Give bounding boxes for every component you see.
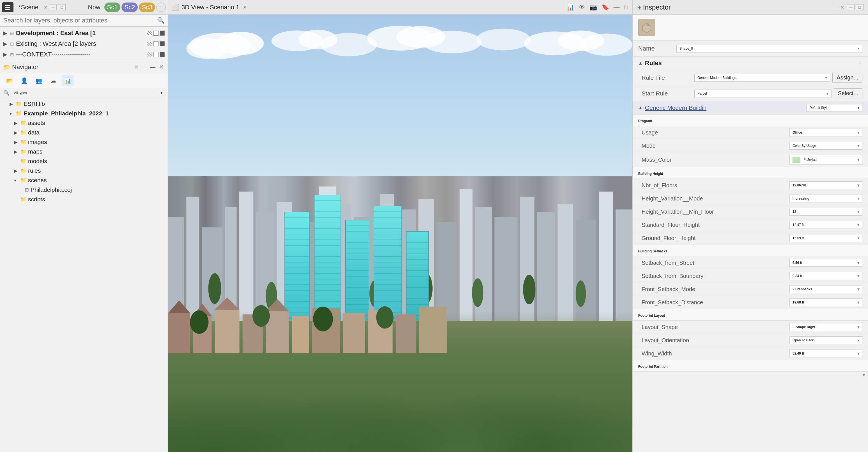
- tree-scenes[interactable]: ▾ 📁 scenes: [0, 175, 168, 185]
- prop-height-var-mode-text: Increasing: [793, 197, 809, 200]
- scene-close-btn[interactable]: ✕: [43, 4, 48, 10]
- tree-models[interactable]: 📁 models: [0, 157, 168, 166]
- prop-usage-row: Usage Office ▾: [632, 126, 868, 139]
- tree-maps[interactable]: ▶ 📁 maps: [0, 147, 168, 157]
- prop-height-var-min-value[interactable]: 12 ▾: [789, 208, 862, 216]
- prop-ground-floor-label: Ground_Floor_Height: [642, 235, 787, 242]
- start-rule-select-btn[interactable]: Select...: [834, 88, 862, 98]
- view-bookmark-icon[interactable]: 🔖: [600, 2, 610, 12]
- prop-usage-text: Office: [793, 131, 802, 135]
- prop-mode-value[interactable]: Color By Usage ▾: [789, 142, 862, 150]
- prop-setback-street-arrow: ▾: [857, 260, 859, 265]
- tree-rules[interactable]: ▶ 📁 rules: [0, 166, 168, 175]
- rule-file-assign-btn[interactable]: Assign...: [832, 73, 862, 83]
- tree-example-philly[interactable]: ▾ 📁 Example_Philadelphia_2022_1: [0, 109, 168, 118]
- prop-nbr-floors-value[interactable]: 19.06781 ▾: [789, 181, 862, 189]
- layer-chk-filled-existing[interactable]: [160, 41, 165, 46]
- nav-btn-chart[interactable]: 📊: [62, 75, 74, 86]
- rules-section-header[interactable]: ▲ Rules ⋮: [632, 57, 868, 70]
- prop-standard-floor-row: Standard_Floor_Height 12.47 ft ▾: [632, 219, 868, 232]
- tab-sc2[interactable]: Sc2: [122, 2, 138, 12]
- viewport-3d[interactable]: [168, 15, 632, 452]
- view-visibility-icon[interactable]: 👁: [578, 2, 586, 12]
- tab-scene-title[interactable]: *Scene: [16, 2, 41, 12]
- layer-chk-empty-development[interactable]: [153, 31, 158, 36]
- layer-chk-filled-development[interactable]: [160, 31, 165, 36]
- inspector-minimize-btn[interactable]: —: [847, 4, 855, 10]
- prop-setback-street-value[interactable]: 6.56 ft ▾: [789, 259, 862, 267]
- navigator-minimize-btn[interactable]: —: [149, 64, 157, 71]
- svg-rect-36: [558, 204, 573, 329]
- prop-standard-floor-value[interactable]: 12.47 ft ▾: [789, 221, 862, 229]
- prop-front-setback-dist-value[interactable]: 19.68 ft ▾: [789, 299, 862, 306]
- tree-label-esrilib: ESRI.lib: [24, 101, 165, 107]
- start-rule-value[interactable]: Parcel ▾: [694, 90, 832, 97]
- rule-file-value[interactable]: Generic Modern Buildings. ▾: [694, 74, 830, 82]
- nav-btn-group[interactable]: 👥: [33, 75, 45, 86]
- tree-folder-icon-models: 📁: [20, 158, 26, 164]
- nav-btn-person[interactable]: 👤: [18, 75, 30, 86]
- style-value-box[interactable]: Default Style ▾: [806, 104, 862, 111]
- style-name-link[interactable]: Generic Modern Buildin: [645, 105, 804, 111]
- scene-minimize-btn[interactable]: —: [49, 4, 57, 10]
- tree-images[interactable]: ▶ 📁 images: [0, 137, 168, 147]
- nav-btn-folder[interactable]: 📂: [3, 75, 16, 86]
- prop-mass-color-value[interactable]: #c3e4ad ▾: [789, 155, 862, 165]
- tab-add-btn[interactable]: +: [156, 2, 166, 12]
- tree-folder-icon-scripts: 📁: [20, 196, 26, 202]
- navigator-close2-btn[interactable]: ✕: [158, 63, 165, 71]
- prop-front-setback-mode-value[interactable]: 2 Stepbacks ▾: [789, 285, 862, 293]
- tree-assets[interactable]: ▶ 📁 assets: [0, 118, 168, 128]
- prop-front-setback-dist-label: Front_Setback_Distance: [642, 299, 787, 306]
- layer-stack-icon-existing: ⊞: [10, 41, 14, 47]
- layer-name-development: Development : East Area [1: [16, 29, 145, 37]
- prop-setback-boundary-value[interactable]: 9.84 ft ▾: [789, 272, 862, 280]
- layer-development[interactable]: ▶ ⊞ Development : East Area [1: [0, 28, 168, 38]
- scene-icon: [2, 2, 13, 12]
- tree-scripts[interactable]: 📁 scripts: [0, 195, 168, 204]
- prop-layout-orientation-value[interactable]: Open To Back ▾: [789, 336, 862, 344]
- filter-type-select[interactable]: All types ▾: [12, 90, 165, 96]
- prop-nbr-floors-text: 19.06781: [793, 183, 807, 187]
- prop-layout-shape-value[interactable]: L-Shape Right ▾: [789, 323, 862, 331]
- prop-wing-width-value[interactable]: 52.49 ft ▾: [789, 349, 862, 358]
- svg-marker-56: [266, 299, 289, 311]
- layer-existing[interactable]: ▶ ⊞ Existing : West Area [2 layers: [0, 38, 168, 49]
- clouds: [168, 23, 632, 79]
- tree-data[interactable]: ▶ 📁 data: [0, 128, 168, 137]
- navigator-menu-btn[interactable]: ⋮: [140, 63, 148, 71]
- tree-label-scenes: scenes: [28, 177, 165, 183]
- layer-chk-empty-context[interactable]: [153, 52, 158, 57]
- layer-hatch-development: [147, 31, 152, 35]
- nav-btn-cloud[interactable]: ☁: [47, 75, 60, 86]
- svg-rect-62: [419, 307, 446, 353]
- inspector-close-btn[interactable]: ✕: [840, 4, 844, 10]
- tree-philadelphia-cej[interactable]: ⊞ Philadelphia.cej: [0, 185, 168, 195]
- layer-chk-filled-context[interactable]: [160, 52, 165, 57]
- tree-esrilib[interactable]: ▶ 📁 ESRI.lib: [0, 99, 168, 109]
- inspector-maximize-btn[interactable]: □: [856, 4, 864, 10]
- view-stats-icon[interactable]: 📊: [565, 2, 576, 12]
- tree-arrow-data: ▶: [14, 130, 19, 135]
- prop-setback-boundary-text: 9.84 ft: [793, 274, 802, 278]
- layer-context[interactable]: ▶ ⊞ ---CONTEXT-------------------: [0, 49, 168, 60]
- search-icon[interactable]: 🔍: [157, 17, 165, 24]
- prop-ground-floor-value[interactable]: 15.09 ft ▾: [789, 234, 862, 242]
- view-minimize-btn[interactable]: —: [613, 2, 621, 12]
- tab-now[interactable]: Now: [85, 2, 103, 12]
- name-value-box[interactable]: Shape_0 ▾: [676, 45, 862, 53]
- navigator-close-btn[interactable]: ✕: [134, 64, 138, 70]
- view-tab-close-btn[interactable]: ✕: [243, 4, 247, 10]
- search-input[interactable]: [3, 17, 155, 24]
- tab-sc3[interactable]: Sc3: [139, 2, 155, 12]
- style-arrow: ▾: [858, 106, 859, 110]
- view-camera-icon[interactable]: 📷: [588, 2, 598, 12]
- rules-section-menu[interactable]: ⋮: [857, 60, 862, 66]
- prop-height-var-mode-value[interactable]: Increasing ▾: [789, 195, 862, 202]
- prop-usage-value[interactable]: Office ▾: [789, 129, 862, 136]
- view-toolbar: 📊 👁 📷 🔖 — □: [565, 2, 629, 12]
- scene-maximize-btn[interactable]: □: [58, 4, 66, 10]
- layer-chk-empty-existing[interactable]: [153, 41, 158, 46]
- view-maximize-btn[interactable]: □: [623, 2, 629, 12]
- tab-sc1[interactable]: Sc1: [104, 2, 121, 12]
